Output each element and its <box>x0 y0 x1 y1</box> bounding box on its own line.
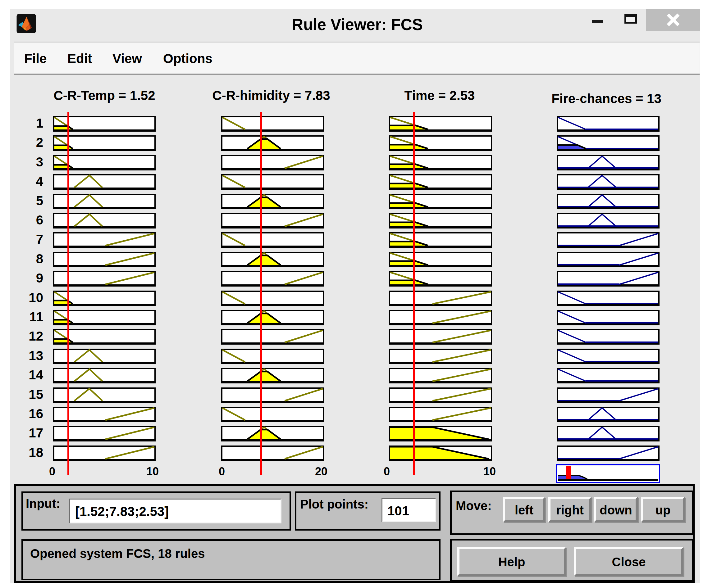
svg-text:0: 0 <box>384 465 390 478</box>
svg-text:10: 10 <box>483 465 496 478</box>
svg-text:20: 20 <box>315 465 327 478</box>
svg-text:0: 0 <box>219 465 225 478</box>
svg-text:C-R-himidity = 7.83: C-R-himidity = 7.83 <box>212 88 330 103</box>
svg-text:16: 16 <box>29 406 43 421</box>
svg-text:11: 11 <box>30 310 43 324</box>
svg-text:15: 15 <box>29 387 43 402</box>
svg-text:C-R-Temp = 1.52: C-R-Temp = 1.52 <box>53 88 155 103</box>
svg-text:7: 7 <box>36 232 43 247</box>
svg-text:6: 6 <box>36 213 43 227</box>
svg-text:10: 10 <box>29 290 43 305</box>
svg-text:1: 1 <box>36 116 43 130</box>
svg-text:9: 9 <box>36 271 43 285</box>
svg-text:2: 2 <box>36 135 43 150</box>
svg-text:3: 3 <box>36 155 43 169</box>
svg-text:17: 17 <box>29 426 43 440</box>
svg-text:4: 4 <box>36 174 43 188</box>
svg-text:0: 0 <box>49 465 55 478</box>
svg-text:Fire-chances = 13: Fire-chances = 13 <box>552 91 661 106</box>
svg-text:8: 8 <box>36 251 43 266</box>
svg-text:10: 10 <box>146 465 159 478</box>
svg-text:18: 18 <box>29 445 43 460</box>
svg-text:13: 13 <box>29 348 43 363</box>
svg-text:14: 14 <box>29 368 43 382</box>
svg-text:5: 5 <box>36 193 43 208</box>
svg-text:12: 12 <box>29 329 43 343</box>
svg-text:Time = 2.53: Time = 2.53 <box>405 88 475 103</box>
